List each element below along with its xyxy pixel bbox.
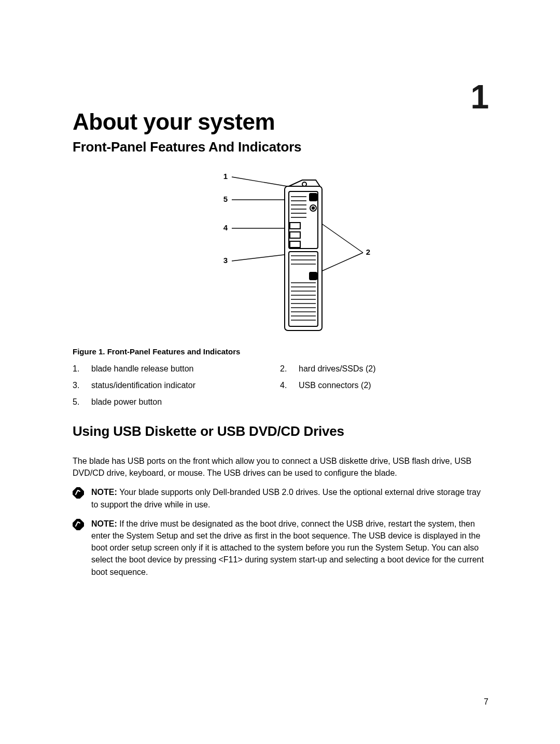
note-2-body: NOTE: If the drive must be designated as… — [91, 518, 487, 578]
legend-text-5: blade power button — [91, 397, 280, 407]
figure-caption: Figure 1. Front-Panel Features and Indic… — [73, 347, 487, 356]
note-1-text: Your blade supports only Dell-branded US… — [91, 488, 481, 508]
note-label: NOTE: — [91, 488, 119, 497]
legend-num-2: 2. — [280, 364, 299, 374]
svg-rect-22 — [289, 252, 318, 326]
note-icon — [73, 487, 87, 499]
note-2: NOTE: If the drive must be designated as… — [73, 518, 487, 578]
svg-rect-20 — [290, 232, 300, 238]
svg-rect-37 — [73, 487, 84, 499]
legend-text-3: status/identification indicator — [91, 381, 280, 390]
callout-2: 2 — [366, 247, 370, 256]
legend-text-4: USB connectors (2) — [299, 381, 487, 390]
note-icon — [73, 519, 87, 530]
svg-point-12 — [312, 207, 314, 209]
callout-4: 4 — [223, 223, 228, 232]
callout-1: 1 — [223, 172, 228, 181]
legend-num-4: 4. — [280, 381, 299, 390]
figure-legend: 1. blade handle release button 2. hard d… — [73, 364, 487, 407]
svg-point-8 — [302, 182, 306, 186]
front-panel-diagram: 1 5 4 3 2 — [169, 171, 391, 337]
callout-5: 5 — [223, 195, 228, 203]
section-title-usb: Using USB Diskette or USB DVD/CD Drives — [73, 423, 487, 439]
note-label: NOTE: — [91, 519, 119, 528]
svg-rect-19 — [290, 223, 300, 229]
chapter-number: 1 — [470, 78, 488, 116]
figure-front-panel: 1 5 4 3 2 — [124, 171, 436, 337]
page-number: 7 — [484, 697, 488, 707]
callout-3: 3 — [223, 256, 228, 265]
svg-rect-23 — [310, 272, 317, 280]
note-2-text: If the drive must be designated as the b… — [91, 519, 484, 576]
chapter-title: About your system — [73, 109, 487, 135]
figure-caption-text: Front-Panel Features and Indicators — [107, 347, 241, 356]
legend-text-1: blade handle release button — [91, 364, 280, 374]
legend-num-3: 3. — [73, 381, 91, 390]
usb-intro-paragraph: The blade has USB ports on the front whi… — [73, 455, 487, 479]
svg-rect-10 — [310, 194, 317, 201]
page: 1 About your system Front-Panel Features… — [0, 0, 560, 744]
figure-caption-label: Figure 1. — [73, 347, 107, 356]
svg-rect-21 — [290, 241, 300, 247]
legend-num-5: 5. — [73, 397, 91, 407]
note-1-body: NOTE: Your blade supports only Dell-bran… — [91, 486, 487, 510]
note-1: NOTE: Your blade supports only Dell-bran… — [73, 486, 487, 510]
section-title-front-panel: Front-Panel Features And Indicators — [73, 139, 487, 155]
svg-rect-38 — [73, 519, 84, 530]
legend-num-1: 1. — [73, 364, 91, 374]
legend-text-2: hard drives/SSDs (2) — [299, 364, 487, 374]
svg-line-4 — [232, 254, 293, 261]
